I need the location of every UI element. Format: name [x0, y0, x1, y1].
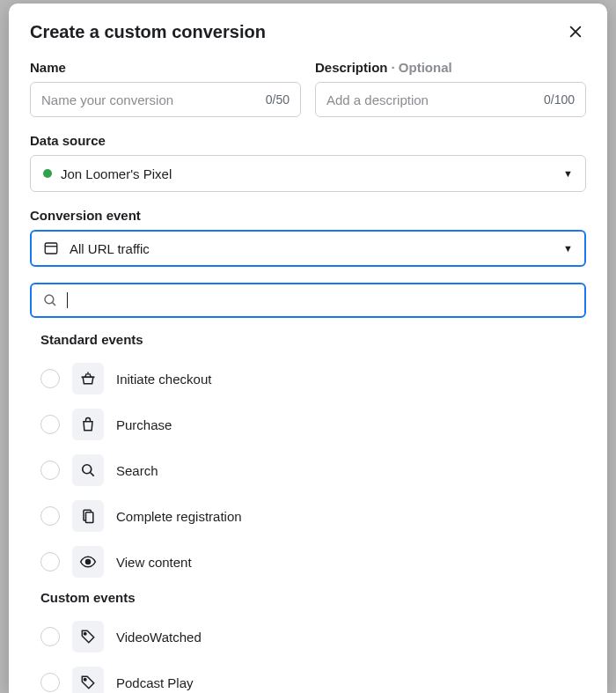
description-input-wrap[interactable]: 0/100	[315, 82, 586, 117]
description-field: Description · Optional 0/100	[315, 60, 586, 117]
basket-icon	[72, 363, 104, 394]
svg-point-13	[84, 678, 86, 681]
tag-icon	[72, 621, 104, 652]
caret-down-icon: ▼	[563, 243, 573, 254]
radio-icon[interactable]	[40, 673, 60, 692]
conversion-event-section: Conversion event All URL traffic ▼	[30, 208, 586, 267]
close-icon	[567, 23, 584, 41]
event-label: Podcast Play	[116, 675, 194, 690]
eye-icon	[72, 546, 104, 578]
bag-icon	[72, 409, 104, 440]
event-label: Purchase	[116, 417, 172, 432]
event-search-box[interactable]	[30, 283, 586, 318]
event-option[interactable]: Initiate checkout	[30, 356, 586, 402]
description-optional: · Optional	[392, 60, 452, 75]
tag-icon	[72, 667, 104, 693]
custom-conversion-modal: Create a custom conversion Name 0/50 Des…	[9, 4, 607, 693]
search-icon	[72, 454, 104, 486]
description-counter: 0/100	[544, 92, 575, 107]
event-label: Search	[116, 463, 158, 478]
event-label: VideoWatched	[116, 630, 202, 645]
name-input-wrap[interactable]: 0/50	[30, 82, 301, 117]
event-group-header: Custom events	[40, 590, 586, 605]
search-icon	[42, 292, 58, 308]
modal-title: Create a custom conversion	[30, 22, 266, 42]
data-source-label: Data source	[30, 133, 586, 148]
data-source-section: Data source Jon Loomer's Pixel ▼	[30, 133, 586, 192]
data-source-value: Jon Loomer's Pixel	[61, 166, 563, 181]
close-button[interactable]	[565, 21, 586, 42]
svg-point-11	[86, 560, 91, 564]
description-input[interactable]	[326, 92, 537, 107]
caret-down-icon: ▼	[563, 168, 573, 179]
event-option[interactable]: Purchase	[30, 402, 586, 447]
conversion-event-label: Conversion event	[30, 208, 586, 223]
event-search-input[interactable]	[68, 293, 574, 308]
svg-point-4	[45, 295, 54, 304]
name-field: Name 0/50	[30, 60, 301, 117]
radio-icon[interactable]	[40, 415, 60, 434]
event-option[interactable]: View content	[30, 539, 586, 585]
event-label: View content	[116, 555, 192, 570]
radio-icon[interactable]	[40, 461, 60, 480]
svg-point-12	[84, 632, 86, 635]
event-group-header: Standard events	[40, 332, 586, 347]
svg-line-8	[91, 473, 94, 476]
svg-rect-2	[45, 243, 57, 254]
radio-icon[interactable]	[40, 552, 60, 571]
conversion-event-value: All URL traffic	[70, 241, 563, 256]
name-counter: 0/50	[266, 92, 290, 107]
conversion-event-select[interactable]: All URL traffic ▼	[30, 230, 586, 267]
status-dot-icon	[43, 169, 52, 178]
name-label: Name	[30, 60, 66, 75]
event-label: Complete registration	[116, 509, 242, 524]
radio-icon[interactable]	[40, 506, 60, 526]
svg-point-7	[83, 465, 92, 474]
event-option[interactable]: VideoWatched	[30, 614, 586, 660]
event-list: Standard eventsInitiate checkoutPurchase…	[30, 332, 586, 693]
radio-icon[interactable]	[40, 627, 60, 646]
modal-header: Create a custom conversion	[30, 21, 586, 42]
event-option[interactable]: Complete registration	[30, 493, 586, 539]
name-description-row: Name 0/50 Description · Optional 0/100	[30, 60, 586, 117]
name-input[interactable]	[41, 92, 259, 107]
event-option[interactable]: Podcast Play	[30, 660, 586, 693]
description-label: Description	[315, 60, 388, 75]
svg-rect-10	[86, 512, 93, 523]
browser-icon	[43, 240, 59, 256]
radio-icon[interactable]	[40, 369, 60, 388]
data-source-select[interactable]: Jon Loomer's Pixel ▼	[30, 155, 586, 192]
event-label: Initiate checkout	[116, 372, 211, 387]
clipboard-icon	[72, 500, 104, 532]
event-option[interactable]: Search	[30, 447, 586, 493]
svg-line-5	[53, 303, 55, 306]
